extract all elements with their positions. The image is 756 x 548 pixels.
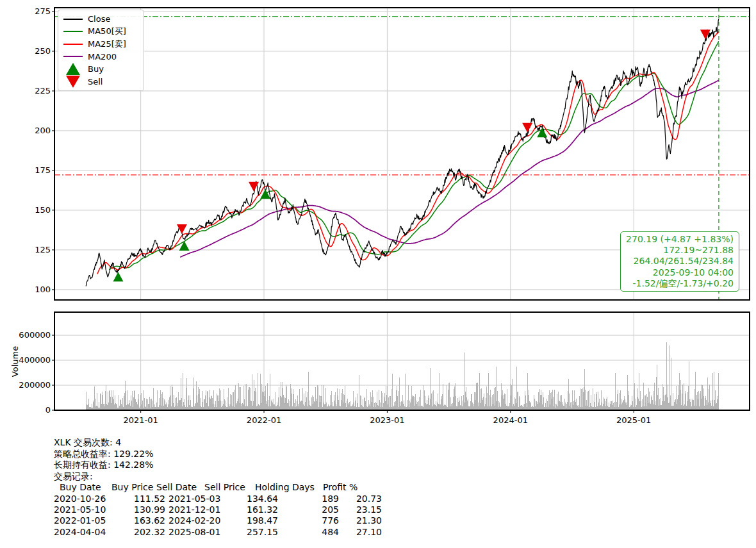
trade-cell: 161.32 — [239, 504, 278, 515]
date-axis-tick: 2021-01 — [115, 415, 167, 425]
strategy-return-line: 策略总收益率: 129.22% — [54, 449, 382, 460]
trade-cell: 2024-04-04 — [54, 527, 127, 538]
volume-axis-tick: 200000 — [17, 380, 51, 390]
date-axis-tick: 2024-01 — [485, 415, 536, 425]
annotation-range-line: 172.19~271.88 — [626, 245, 734, 256]
trade-table-header: Buy DateBuy PriceSell DateSell PriceHold… — [54, 482, 382, 494]
trade-row: 2020-10-26111.522021-05-03134.6418920.73 — [54, 494, 382, 504]
ma200-line-sample-icon — [63, 51, 83, 63]
trade-cell: 163.62 — [127, 515, 165, 526]
ma25-line-sample-icon — [63, 38, 83, 51]
trade-row: 2021-05-10130.992021-12-01161.3220523.15 — [54, 504, 382, 515]
strategy-stats: XLK 交易次数: 4 策略总收益率: 129.22% 长期持有收益: 142.… — [54, 437, 382, 538]
legend-label: Close — [88, 14, 110, 24]
date-axis-tick: 2025-01 — [608, 415, 659, 425]
trade-cell: 2021-12-01 — [165, 504, 239, 515]
trade-cell: 130.99 — [127, 504, 165, 515]
legend-label: MA25[卖] — [88, 38, 126, 50]
sell-triangle-icon — [63, 76, 83, 88]
volume-axis-label: Volume — [10, 336, 21, 387]
legend-item-ma50: MA50[买] — [63, 26, 138, 38]
annotation-price-line: 270.19 (+4.87 +1.83%) — [626, 234, 734, 245]
price-axis-tick: 125 — [17, 245, 51, 254]
trade-col-header: Sell Date — [156, 482, 197, 494]
price-axis-tick: 200 — [17, 126, 51, 135]
trade-cell: 2024-02-20 — [165, 515, 239, 526]
trade-col-header: Profit % — [323, 482, 357, 494]
price-axis-tick: 250 — [17, 46, 51, 56]
last-quote-annotation: 270.19 (+4.87 +1.83%) 172.19~271.88 264.… — [620, 231, 739, 292]
trade-row: 2022-01-05163.622024-02-20198.4777621.30 — [54, 515, 382, 526]
trade-cell: 2020-10-26 — [54, 494, 127, 504]
price-axis-tick: 100 — [17, 285, 51, 294]
legend-label: MA200 — [88, 52, 117, 62]
trade-cell: 189 — [278, 494, 339, 504]
legend-label: Buy — [88, 64, 104, 74]
trade-cell: 484 — [278, 527, 339, 538]
trade-cell: 134.64 — [239, 494, 278, 504]
ma50-line-sample-icon — [63, 26, 83, 38]
volume-axis-tick: 600000 — [17, 330, 51, 340]
trade-cell: 202.32 — [127, 527, 165, 538]
buyhold-return-line: 长期持有收益: 142.28% — [54, 460, 382, 471]
annotation-signal-line: -1.52/偏空/-1.73/+0.20 — [626, 278, 734, 289]
legend-item-buy: Buy — [63, 63, 138, 76]
trade-col-header: Sell Price — [204, 482, 245, 494]
price-axis-tick: 150 — [17, 205, 51, 215]
date-axis-tick: 2023-01 — [361, 415, 413, 425]
price-axis-tick: 275 — [17, 6, 51, 16]
price-axis-tick: 225 — [17, 86, 51, 95]
trade-cell: 23.15 — [339, 504, 382, 515]
trade-count-line: XLK 交易次数: 4 — [54, 437, 382, 449]
annotation-ma-line: 264.04/261.54/234.84 — [626, 256, 734, 267]
trade-col-header: Holding Days — [255, 482, 315, 494]
trade-cell: 27.10 — [339, 527, 382, 538]
trade-cell: 257.15 — [239, 527, 278, 538]
trade-cell: 2021-05-03 — [165, 494, 239, 504]
trade-cell: 2025-08-01 — [165, 527, 239, 538]
trade-row: 2024-04-04202.322025-08-01257.1548427.10 — [54, 527, 382, 538]
legend-item-ma200: MA200 — [63, 51, 138, 63]
legend-item-sell: Sell — [63, 76, 138, 88]
trade-cell: 776 — [278, 515, 339, 526]
legend-item-ma25: MA25[卖] — [63, 38, 138, 51]
trade-cell: 20.73 — [339, 494, 382, 504]
legend-label: MA50[买] — [88, 26, 126, 37]
trade-cell: 2021-05-10 — [54, 504, 127, 515]
legend-item-close: Close — [63, 13, 138, 26]
trade-log-title: 交易记录: — [54, 471, 382, 483]
legend: Close MA50[买] MA25[卖] MA200 Buy Sell — [58, 10, 144, 91]
price-axis-tick: 175 — [17, 165, 51, 175]
volume-axis-tick: 0 — [17, 405, 51, 415]
volume-axis-tick: 400000 — [17, 355, 51, 365]
annotation-date-line: 2025-09-10 04:00 — [626, 267, 734, 278]
legend-label: Sell — [88, 77, 103, 87]
trade-col-header: Buy Price — [111, 482, 153, 494]
trade-table: 2020-10-26111.522021-05-03134.6418920.73… — [54, 494, 382, 538]
trade-col-header: Buy Date — [60, 482, 101, 494]
trade-cell: 205 — [278, 504, 339, 515]
buy-triangle-icon — [63, 63, 83, 76]
trade-cell: 21.30 — [339, 515, 382, 526]
date-axis-tick: 2022-01 — [238, 415, 290, 425]
trade-cell: 2022-01-05 — [54, 515, 127, 526]
trade-cell: 198.47 — [239, 515, 278, 526]
trade-cell: 111.52 — [127, 494, 165, 504]
close-line-sample-icon — [63, 13, 83, 26]
figure: 1001251501752002252502750200000400000600… — [0, 0, 756, 548]
